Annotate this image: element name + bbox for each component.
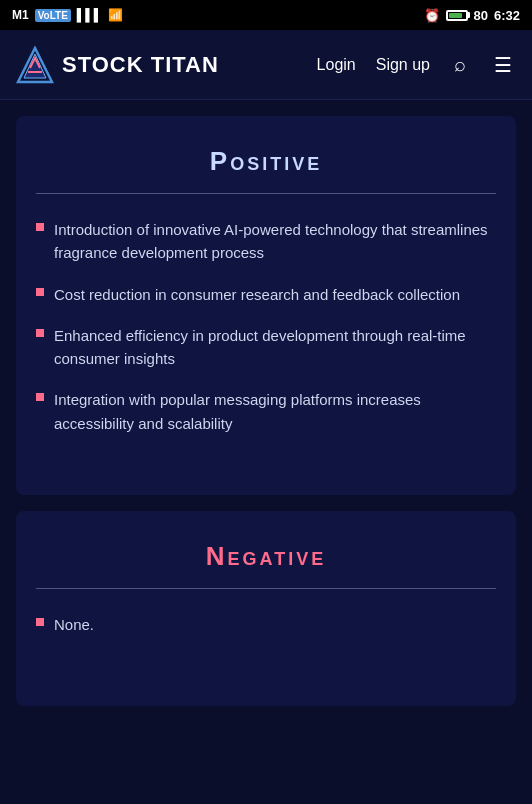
list-item: Cost reduction in consumer research and …: [36, 283, 496, 306]
negative-divider: [36, 588, 496, 589]
list-item: Enhanced efficiency in product developme…: [36, 324, 496, 371]
positive-item-1: Introduction of innovative AI-powered te…: [54, 218, 496, 265]
negative-section-card: Negative None.: [16, 511, 516, 706]
alarm-icon: ⏰: [424, 8, 440, 23]
search-icon: ⌕: [454, 53, 466, 75]
search-button[interactable]: ⌕: [450, 49, 470, 80]
status-bar: M1 VoLTE ▌▌▌ 📶 ⏰ 80 6:32: [0, 0, 532, 30]
battery-icon: [446, 10, 468, 21]
positive-section: Positive Introduction of innovative AI-p…: [36, 146, 496, 435]
battery-percent: 80: [474, 8, 488, 23]
navbar: STOCK TITAN Login Sign up ⌕ ☰: [0, 30, 532, 100]
negative-title: Negative: [36, 541, 496, 572]
positive-item-3: Enhanced efficiency in product developme…: [54, 324, 496, 371]
bullet-icon-4: [36, 393, 44, 401]
menu-button[interactable]: ☰: [490, 49, 516, 81]
positive-section-card: Positive Introduction of innovative AI-p…: [16, 116, 516, 495]
menu-icon: ☰: [494, 54, 512, 76]
signup-link[interactable]: Sign up: [376, 56, 430, 74]
status-left: M1 VoLTE ▌▌▌ 📶: [12, 8, 123, 22]
time-display: 6:32: [494, 8, 520, 23]
positive-item-2: Cost reduction in consumer research and …: [54, 283, 460, 306]
logo-icon: [16, 46, 54, 84]
bullet-icon-2: [36, 288, 44, 296]
logo-container: STOCK TITAN: [16, 46, 317, 84]
carrier-label: M1: [12, 8, 29, 22]
list-item: Integration with popular messaging platf…: [36, 388, 496, 435]
bullet-icon-3: [36, 329, 44, 337]
wifi-icon: 📶: [108, 8, 123, 22]
list-item: Introduction of innovative AI-powered te…: [36, 218, 496, 265]
battery-fill: [449, 13, 463, 18]
positive-item-4: Integration with popular messaging platf…: [54, 388, 496, 435]
nav-links: Login Sign up ⌕ ☰: [317, 49, 516, 81]
signal-icon: ▌▌▌: [77, 8, 103, 22]
login-link[interactable]: Login: [317, 56, 356, 74]
positive-list: Introduction of innovative AI-powered te…: [36, 218, 496, 435]
bullet-icon-1: [36, 223, 44, 231]
bullet-icon-neg-1: [36, 618, 44, 626]
logo-text: STOCK TITAN: [62, 52, 219, 78]
negative-section: Negative None.: [36, 541, 496, 636]
positive-divider: [36, 193, 496, 194]
volte-badge: VoLTE: [35, 9, 71, 22]
battery-body: [446, 10, 468, 21]
positive-title: Positive: [36, 146, 496, 177]
negative-item-1: None.: [54, 613, 94, 636]
negative-list: None.: [36, 613, 496, 636]
list-item: None.: [36, 613, 496, 636]
status-right: ⏰ 80 6:32: [424, 8, 521, 23]
